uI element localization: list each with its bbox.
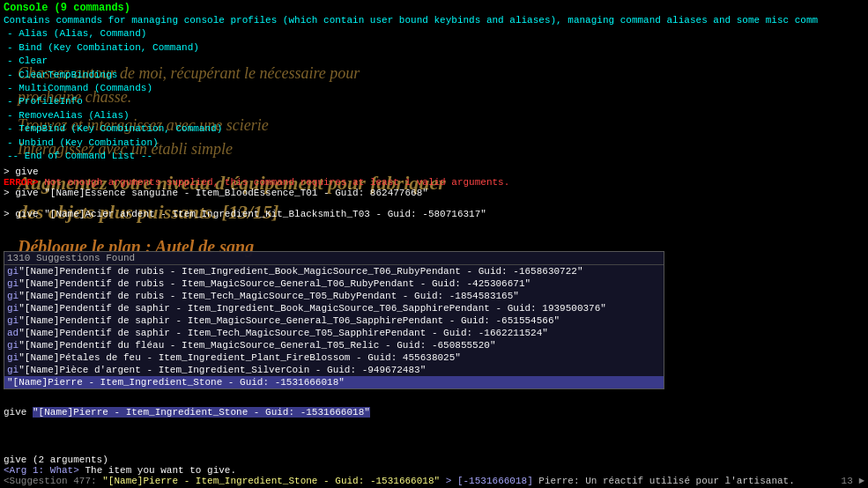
current-input-area: give "[Name]Pierre - Item_Ingredient_Sto… [4,407,370,418]
autocomplete-item-4[interactable]: gi"[Name]Pendentif de saphir - Item_Magi… [4,314,664,327]
console-bottom-info: give (2 arguments) <Arg 1: What> The ite… [0,453,868,488]
console-list-item-6: - RemoveAlias (Alias) [7,109,864,122]
command-history: > give ERROR> Not enough arguments suppl… [0,165,868,221]
bottom-suggestion: <Suggestion 477: "[Name]Pierre - Item_In… [4,476,864,486]
console-list-item-5: - ProfileInfo [7,95,864,108]
cmd-empty [4,198,864,209]
console-top: Console (9 commands) Contains commands f… [0,0,868,165]
autocomplete-item-3[interactable]: gi"[Name]Pendentif de saphir - Item_Ingr… [4,302,664,314]
cmd-give-acier: > give "[Name]Acier ardent - Item_Ingred… [4,209,864,219]
bottom-arg-line: <Arg 1: What> The item you want to give. [4,465,864,476]
autocomplete-dropdown: 1310 Suggestions Found gi"[Name]Pendenti… [4,251,664,389]
console-list: - Alias (Alias, Command) - Bind (Key Com… [4,27,864,163]
autocomplete-header: 1310 Suggestions Found [4,252,664,265]
autocomplete-item-5[interactable]: ad"[Name]Pendentif de saphir - Item_Tech… [4,327,664,339]
console-list-item-4: - MultiCommand (Commands) [7,82,864,95]
autocomplete-item-7[interactable]: gi"[Name]Pétales de feu - Item_Ingredien… [4,351,664,364]
console-list-item-7: - TempBind (Key Combination, Command) [7,122,864,136]
current-input-line: give "[Name]Pierre - Item_Ingredient_Sto… [4,407,370,418]
autocomplete-item-8[interactable]: gi"[Name]Pièce d'argent - Item_Ingredien… [4,364,664,376]
suggestion-label: <Suggestion 477: [4,476,97,486]
console-list-item-2: - Clear [7,55,864,68]
page-counter: 13 ► [842,476,864,486]
autocomplete-item-0[interactable]: gi"[Name]Pendentif de rubis - Item_Ingre… [4,265,664,277]
arg-text: The item you want to give. [85,465,236,476]
console-container: Console (9 commands) Contains commands f… [0,0,868,488]
console-title: Console (9 commands) [4,2,864,14]
suggestion-name: "[Name]Pierre - Item_Ingredient_Stone - … [102,476,440,486]
suggestion-id: > [-1531666018] [446,476,533,486]
autocomplete-item-9-selected[interactable]: "[Name]Pierre - Item_Ingredient_Stone - … [4,376,664,388]
autocomplete-item-6[interactable]: gi"[Name]Pendentif du fléau - Item_Magic… [4,339,664,351]
console-description: Contains commands for managing console p… [4,14,864,27]
console-list-end: -- End of Command List -- [7,150,864,163]
autocomplete-item-2[interactable]: gi"[Name]Pendentif de rubis - Item_Tech_… [4,290,664,302]
arg-label: <Arg 1: What> [4,465,79,476]
autocomplete-item-1[interactable]: gi"[Name]Pendentif de rubis - Item_Magic… [4,277,664,290]
console-list-item-8: - Unbind (Key Combination) [7,137,864,150]
error-line: ERROR> Not enough arguments supplied, th… [4,177,864,188]
console-list-item-1: - Bind (Key Combination, Command) [7,41,864,55]
cmd-give: > give [4,166,864,177]
console-list-item-3: - ClearTempBindings [7,69,864,82]
cmd-give-essence: > give "[Name]Essence sanguine - Item_Bl… [4,188,864,198]
suggestion-desc: Pierre: Un réactif utilisé pour l'artisa… [538,476,794,486]
bottom-give-line: give (2 arguments) [4,455,864,465]
console-list-item-0: - Alias (Alias, Command) [7,27,864,41]
